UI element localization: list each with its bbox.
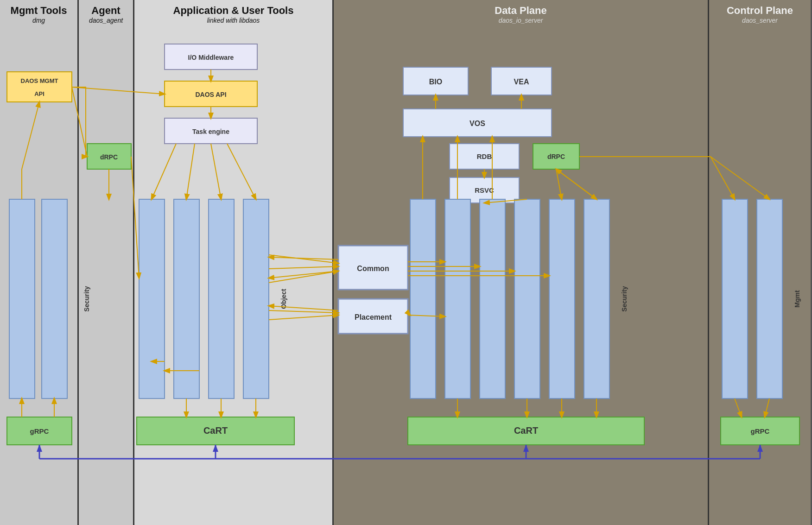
app-subtitle: linked with libdaos	[138, 17, 329, 24]
section-control: Control Plane daos_server	[709, 0, 811, 525]
mgmt-title: Mgmt Tools	[4, 5, 74, 17]
data-subtitle: daos_io_server	[337, 17, 704, 24]
data-title: Data Plane	[337, 5, 704, 17]
mgmt-header: Mgmt Tools dmg	[0, 0, 77, 25]
section-app: Application & User Tools linked with lib…	[134, 0, 334, 525]
section-mgmt: Mgmt Tools dmg	[0, 0, 79, 525]
app-title: Application & User Tools	[138, 5, 329, 17]
agent-header: Agent daos_agent	[79, 0, 133, 25]
agent-subtitle: daos_agent	[82, 17, 129, 24]
data-header: Data Plane daos_io_server	[334, 0, 708, 25]
agent-title: Agent	[82, 5, 129, 17]
diagram: Mgmt Tools dmg Agent daos_agent Applicat…	[0, 0, 812, 525]
control-subtitle: daos_server	[713, 17, 807, 24]
control-title: Control Plane	[713, 5, 807, 17]
control-header: Control Plane daos_server	[709, 0, 811, 25]
section-data: Data Plane daos_io_server	[334, 0, 709, 525]
section-agent: Agent daos_agent	[79, 0, 134, 525]
app-header: Application & User Tools linked with lib…	[134, 0, 332, 25]
mgmt-subtitle: dmg	[4, 17, 74, 24]
